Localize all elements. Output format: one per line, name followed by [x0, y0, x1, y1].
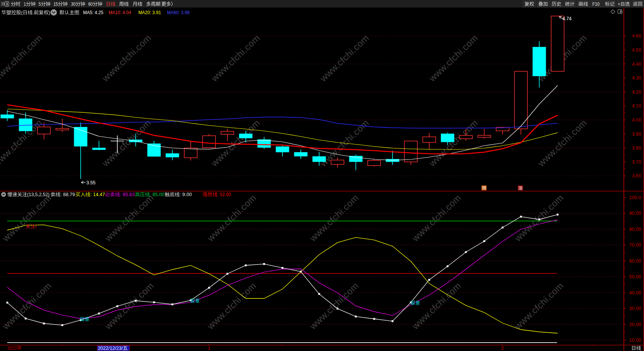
svg-text:70.00: 70.00	[629, 242, 641, 248]
svg-text:50.00: 50.00	[629, 274, 641, 280]
svg-text:+: +	[618, 2, 620, 7]
svg-text:: 85.00: : 85.00	[150, 192, 164, 197]
svg-text:60.00: 60.00	[629, 258, 641, 264]
svg-text:): )	[49, 10, 50, 15]
svg-text:1: 1	[208, 345, 211, 351]
svg-text:4.00: 4.00	[632, 117, 641, 123]
svg-text:2022: 2022	[7, 345, 17, 351]
svg-text:3.80: 3.80	[632, 145, 641, 151]
svg-text:30.00: 30.00	[629, 306, 641, 311]
svg-text:(13,5,2,52): (13,5,2,52)	[27, 192, 50, 197]
svg-text:2: 2	[501, 345, 504, 351]
svg-text:4.60: 4.60	[632, 33, 641, 39]
svg-text:(: (	[21, 10, 23, 15]
svg-text:4.50: 4.50	[632, 47, 641, 53]
svg-text:60: 60	[88, 1, 93, 7]
svg-text:MA10: 4.04: MA10: 4.04	[109, 10, 131, 15]
svg-text:: 9.00: : 9.00	[180, 192, 192, 197]
svg-text:MA20: 3.91: MA20: 3.91	[138, 10, 161, 15]
svg-text:: 88.79: : 88.79	[60, 192, 75, 197]
svg-text:: 14.47: : 14.47	[91, 192, 105, 197]
svg-text:!: !	[35, 224, 37, 229]
svg-text:MA60: 3.98: MA60: 3.98	[167, 10, 190, 15]
svg-text:3.55: 3.55	[86, 180, 96, 185]
svg-text:2022/12/23/: 2022/12/23/	[98, 345, 123, 351]
svg-text:4.10: 4.10	[632, 103, 641, 109]
svg-text:40.00: 40.00	[629, 290, 641, 296]
svg-text:10.00: 10.00	[629, 338, 641, 343]
svg-text:3.60: 3.60	[632, 173, 641, 179]
svg-text:: 85.83: : 85.83	[120, 192, 135, 197]
svg-text:20.00: 20.00	[629, 322, 641, 327]
svg-text:3.90: 3.90	[632, 132, 641, 137]
svg-text:: 52.00: : 52.00	[217, 192, 231, 197]
svg-text:MA5: 4.25: MA5: 4.25	[83, 10, 104, 15]
svg-text:3.70: 3.70	[632, 159, 641, 165]
svg-text:4.74: 4.74	[563, 16, 572, 21]
svg-text:15: 15	[54, 1, 58, 7]
svg-text:30: 30	[71, 1, 76, 7]
svg-text:1: 1	[24, 1, 26, 7]
svg-text:F10: F10	[592, 2, 600, 7]
svg-text:.: .	[32, 10, 34, 15]
svg-text:100.0: 100.0	[629, 195, 641, 200]
svg-text:90.00: 90.00	[629, 211, 641, 216]
svg-text:4.40: 4.40	[632, 62, 641, 67]
svg-text:4.30: 4.30	[632, 75, 641, 81]
svg-text:4.20: 4.20	[632, 89, 641, 95]
svg-text:80.00: 80.00	[629, 227, 641, 232]
svg-text:5: 5	[39, 1, 41, 7]
